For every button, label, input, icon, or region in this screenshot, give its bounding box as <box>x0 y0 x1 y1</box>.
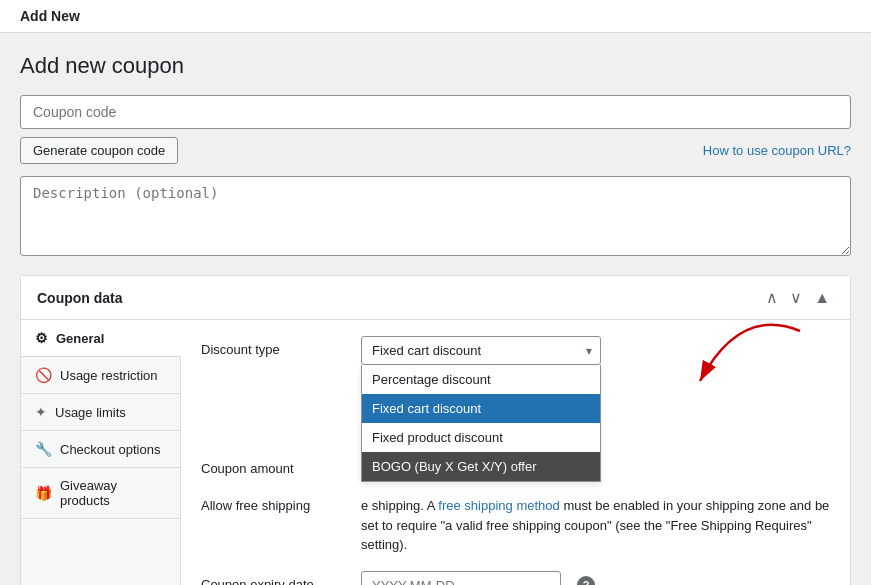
page-breadcrumb: Add New <box>20 8 80 24</box>
sidebar-item-usage-restriction[interactable]: 🚫 Usage restriction <box>21 357 180 394</box>
free-shipping-text-before: e shipping. A <box>361 498 438 513</box>
dropdown-item-fixed-product[interactable]: Fixed product discount <box>362 423 600 452</box>
usage-restriction-icon: 🚫 <box>35 367 52 383</box>
sidebar-label-usage-limits: Usage limits <box>55 405 126 420</box>
expand-down-button[interactable]: ∨ <box>786 286 806 309</box>
sidebar: ⚙ General 🚫 Usage restriction ✦ Usage li… <box>21 320 181 585</box>
discount-type-wrapper: Fixed cart discount ▾ Percentage discoun… <box>361 336 601 365</box>
chevron-down-icon: ▾ <box>586 344 592 358</box>
description-textarea[interactable] <box>20 176 851 256</box>
coupon-expiry-help-icon[interactable]: ? <box>577 576 595 585</box>
dropdown-item-bogo[interactable]: BOGO (Buy X Get X/Y) offer <box>362 452 600 481</box>
allow-free-shipping-field: e shipping. A free shipping method must … <box>361 492 830 555</box>
how-to-use-link[interactable]: How to use coupon URL? <box>703 143 851 158</box>
dropdown-item-percentage[interactable]: Percentage discount <box>362 365 600 394</box>
header-controls: ∧ ∨ ▲ <box>762 286 834 309</box>
discount-type-dropdown: Percentage discount Fixed cart discount … <box>361 365 601 482</box>
discount-type-label: Discount type <box>201 336 361 357</box>
discount-type-field: Fixed cart discount ▾ Percentage discoun… <box>361 336 830 365</box>
discount-type-row: Discount type Fixed cart discount ▾ Perc… <box>201 336 830 365</box>
sidebar-label-giveaway-products: Giveaway products <box>60 478 166 508</box>
generate-coupon-button[interactable]: Generate coupon code <box>20 137 178 164</box>
coupon-data-header: Coupon data ∧ ∨ ▲ <box>21 276 850 320</box>
coupon-expiry-label: Coupon expiry date <box>201 571 361 586</box>
page-title: Add new coupon <box>20 53 851 79</box>
coupon-data-title: Coupon data <box>37 290 123 306</box>
coupon-code-input[interactable] <box>20 95 851 129</box>
sidebar-item-giveaway-products[interactable]: 🎁 Giveaway products <box>21 468 180 519</box>
sidebar-item-general[interactable]: ⚙ General <box>21 320 181 357</box>
discount-type-display[interactable]: Fixed cart discount ▾ <box>361 336 601 365</box>
sidebar-label-usage-restriction: Usage restriction <box>60 368 158 383</box>
coupon-amount-label: Coupon amount <box>201 455 361 476</box>
sidebar-label-checkout-options: Checkout options <box>60 442 160 457</box>
allow-free-shipping-label: Allow free shipping <box>201 492 361 513</box>
collapse-button[interactable]: ▲ <box>810 286 834 309</box>
expand-up-button[interactable]: ∧ <box>762 286 782 309</box>
discount-type-value: Fixed cart discount <box>372 343 481 358</box>
usage-limits-icon: ✦ <box>35 404 47 420</box>
sidebar-item-usage-limits[interactable]: ✦ Usage limits <box>21 394 180 431</box>
free-shipping-description: e shipping. A free shipping method must … <box>361 496 830 555</box>
general-icon: ⚙ <box>35 330 48 346</box>
coupon-data-panel: Coupon data ∧ ∨ ▲ ⚙ General 🚫 Usage rest… <box>20 275 851 585</box>
free-shipping-method-link[interactable]: free shipping method <box>438 498 559 513</box>
dropdown-item-fixed-cart[interactable]: Fixed cart discount <box>362 394 600 423</box>
sidebar-item-checkout-options[interactable]: 🔧 Checkout options <box>21 431 180 468</box>
allow-free-shipping-row: Allow free shipping e shipping. A free s… <box>201 492 830 555</box>
giveaway-icon: 🎁 <box>35 485 52 501</box>
coupon-expiry-input[interactable] <box>361 571 561 586</box>
main-form-area: Discount type Fixed cart discount ▾ Perc… <box>181 320 850 585</box>
coupon-expiry-row: Coupon expiry date ? <box>201 571 830 586</box>
checkout-icon: 🔧 <box>35 441 52 457</box>
coupon-expiry-field: ? <box>361 571 830 586</box>
sidebar-label-general: General <box>56 331 104 346</box>
coupon-data-body: ⚙ General 🚫 Usage restriction ✦ Usage li… <box>21 320 850 585</box>
